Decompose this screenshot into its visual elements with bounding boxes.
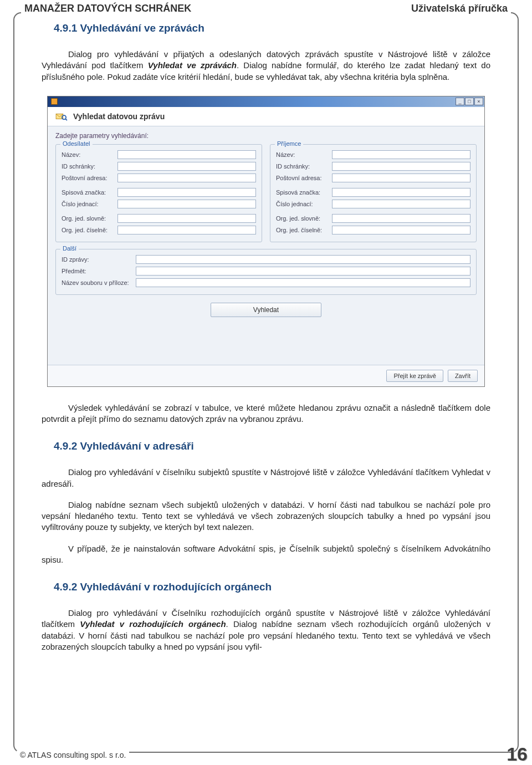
- footer-copyright: © ATLAS consulting spol. s r.o.: [17, 751, 129, 759]
- search-button[interactable]: Vyhledat: [211, 303, 321, 317]
- label-org-ciselne-r: Org. jed. číselně:: [276, 227, 329, 233]
- page-header: MANAŽER DATOVÝCH SCHRÁNEK Uživatelská př…: [21, 3, 511, 14]
- window-controls: _ □ ×: [456, 98, 483, 105]
- input-sender-org-slovne[interactable]: [117, 214, 256, 223]
- section-title-2: 4.9.2 Vyhledávání v adresáři: [54, 440, 502, 452]
- legend-sender: Odesílatel: [60, 140, 93, 147]
- input-recipient-nazev[interactable]: [332, 150, 470, 159]
- dialog-inner: Zadejte parametry vyhledávání: Odesílate…: [48, 126, 484, 365]
- params-label: Zadejte parametry vyhledávání:: [55, 132, 477, 140]
- results-placeholder: [55, 317, 477, 358]
- svg-line-2: [65, 119, 67, 120]
- section-2-para-1: Dialog pro vyhledávání v číselníku subje…: [42, 467, 490, 489]
- dialog-heading-row: Vyhledat datovou zprávu: [48, 107, 484, 126]
- groups-row: Odesílatel Název: ID schránky: Poštovní …: [55, 144, 477, 242]
- section-2-para-2: Dialog nabídne seznam všech subjektů ulo…: [42, 499, 490, 533]
- maximize-button[interactable]: □: [465, 98, 474, 105]
- page-number: 16: [507, 743, 528, 765]
- label-predmet: Předmět:: [62, 268, 132, 274]
- fieldset-recipient: Příjemce Název: ID schránky: Poštovní ad…: [270, 144, 477, 242]
- section-title-3: 4.9.2 Vyhledávání v rozhodujících orgáne…: [54, 581, 502, 593]
- section-1-para-2: Výsledek vyhledávání se zobrazí v tabulc…: [42, 402, 490, 425]
- label-spisova: Spisová značka:: [62, 189, 114, 196]
- input-sender-nazev[interactable]: [117, 150, 256, 159]
- section-1-para-1: Dialog pro vyhledávání v přijatých a ode…: [42, 49, 490, 83]
- label-cislo-r: Číslo jednací:: [276, 201, 329, 207]
- input-recipient-cislo[interactable]: [332, 200, 470, 208]
- window-titlebar: _ □ ×: [48, 96, 484, 107]
- fieldset-other-wrap: Další ID zprávy: Předmět: Název souboru …: [55, 249, 477, 295]
- input-nazev-souboru[interactable]: [136, 278, 470, 287]
- label-adresa: Poštovní adresa:: [62, 175, 114, 181]
- input-recipient-adresa[interactable]: [332, 174, 470, 182]
- section-3-para-1: Dialog pro vyhledávání v Číselníku rozho…: [42, 608, 490, 652]
- goto-message-button[interactable]: Přejít ke zprávě: [386, 370, 443, 382]
- search-button-row: Vyhledat: [55, 303, 477, 317]
- label-cislo: Číslo jednací:: [62, 201, 114, 207]
- label-org-ciselne: Org. jed. číselně:: [62, 227, 114, 233]
- label-adresa-r: Poštovní adresa:: [276, 175, 329, 181]
- minimize-button[interactable]: _: [456, 98, 464, 105]
- header-left: MANAŽER DATOVÝCH SCHRÁNEK: [24, 3, 191, 14]
- input-recipient-org-ciselne[interactable]: [332, 226, 470, 234]
- legend-recipient: Příjemce: [275, 140, 303, 147]
- close-dialog-button[interactable]: Zavřít: [448, 370, 478, 382]
- input-recipient-spisova[interactable]: [332, 188, 470, 197]
- label-id-zpravy: ID zprávy:: [62, 256, 132, 263]
- input-sender-id[interactable]: [117, 162, 256, 171]
- input-sender-org-ciselne[interactable]: [117, 226, 256, 234]
- input-recipient-id[interactable]: [332, 162, 470, 171]
- label-id-r: ID schránky:: [276, 163, 329, 170]
- input-sender-adresa[interactable]: [117, 174, 256, 182]
- input-id-zpravy[interactable]: [136, 255, 470, 264]
- label-org-slovne-r: Org. jed. slovně:: [276, 215, 329, 222]
- dialog-window: _ □ × Vyhledat datovou zprávu Zadejte pa…: [47, 96, 485, 387]
- dialog-footer: Přejít ke zprávě Zavřít: [48, 365, 484, 386]
- legend-other: Další: [60, 245, 79, 252]
- dialog-heading: Vyhledat datovou zprávu: [73, 112, 165, 121]
- input-recipient-org-slovne[interactable]: [332, 214, 470, 223]
- bold-text: Vyhledat ve zprávách: [148, 60, 237, 70]
- section-title-1: 4.9.1 Vyhledávání ve zprávách: [54, 22, 502, 34]
- label-nazev-r: Název:: [276, 151, 329, 158]
- header-right: Uživatelská příručka: [411, 3, 508, 14]
- fieldset-other: Další ID zprávy: Předmět: Název souboru …: [55, 249, 477, 295]
- page-content: 4.9.1 Vyhledávání ve zprávách Dialog pro…: [30, 22, 502, 737]
- input-sender-cislo[interactable]: [117, 200, 256, 208]
- label-nazev: Název:: [62, 151, 114, 158]
- label-id: ID schránky:: [62, 163, 114, 170]
- window-body: Vyhledat datovou zprávu Zadejte parametr…: [48, 107, 484, 386]
- label-spisova-r: Spisová značka:: [276, 189, 329, 196]
- bold-text: Vyhledat v rozhodujících orgánech: [80, 619, 226, 629]
- input-predmet[interactable]: [136, 267, 470, 276]
- close-button[interactable]: ×: [474, 98, 483, 105]
- app-icon: [51, 98, 58, 105]
- label-nazev-souboru: Název souboru v příloze:: [62, 279, 132, 286]
- label-org-slovne: Org. jed. slovně:: [62, 215, 114, 222]
- section-2-para-3: V případě, že je nainstalován software A…: [42, 543, 490, 566]
- search-mail-icon: [55, 111, 68, 121]
- fieldset-sender: Odesílatel Název: ID schránky: Poštovní …: [55, 144, 262, 242]
- input-sender-spisova[interactable]: [117, 188, 256, 197]
